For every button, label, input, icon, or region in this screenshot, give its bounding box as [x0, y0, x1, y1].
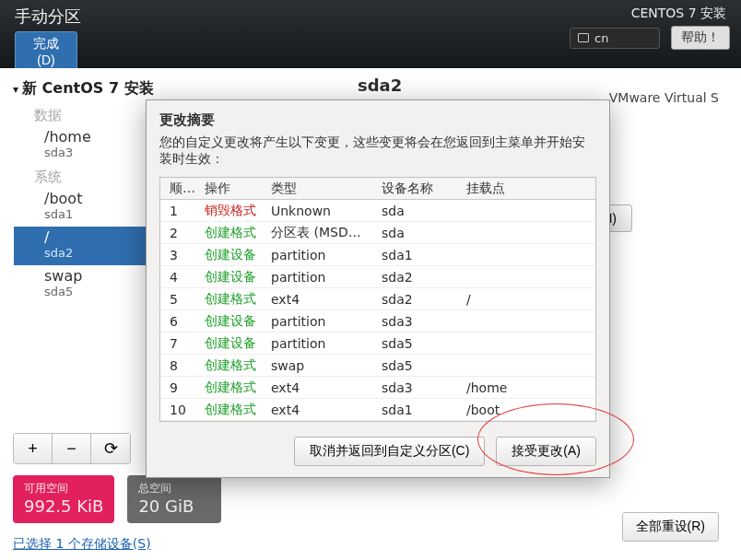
total-space-label: 总空间 — [138, 481, 210, 496]
col-type: 类型 — [265, 179, 376, 199]
total-space-value: 20 GiB — [138, 496, 210, 516]
page-title: 手动分区 — [15, 6, 81, 28]
cell-dev: sda3 — [376, 312, 461, 331]
cell-type: ext4 — [265, 290, 376, 309]
cell-op: 销毁格式 — [199, 201, 265, 221]
dialog-description: 您的自定义更改将产生以下变更，这些变更将会在您返回到主菜单并开始安装时生效： — [159, 134, 596, 168]
cell-dev: sda5 — [376, 334, 461, 353]
cell-dev: sda2 — [376, 268, 461, 286]
table-row[interactable]: 9创建格式ext4sda3/home — [160, 377, 595, 399]
cell-mount: /home — [461, 379, 595, 397]
reload-button[interactable]: ⟳ — [91, 434, 130, 463]
changes-summary-dialog: 更改摘要 您的自定义更改将产生以下变更，这些变更将会在您返回到主菜单并开始安装时… — [146, 99, 610, 478]
table-row[interactable]: 5创建格式ext4sda2/ — [160, 288, 595, 310]
cell-op: 创建格式 — [199, 400, 265, 420]
cell-dev: sda — [376, 224, 461, 242]
cell-mount — [461, 364, 595, 368]
cell-order: 1 — [160, 202, 199, 220]
done-button[interactable]: 完成(D) — [15, 31, 77, 72]
reset-all-button[interactable]: 全部重设(R) — [622, 512, 719, 542]
list-toolbar: + − ⟳ — [13, 433, 131, 464]
cell-order: 6 — [160, 312, 199, 331]
cell-order: 4 — [160, 268, 199, 286]
cell-order: 8 — [160, 356, 199, 375]
cell-mount: / — [461, 290, 595, 309]
add-mount-button[interactable]: + — [14, 434, 53, 463]
cell-op: 创建设备 — [199, 311, 265, 332]
space-summary: 可用空间 992.5 KiB 总空间 20 GiB — [13, 475, 335, 523]
cell-type: Unknown — [265, 202, 376, 220]
table-row[interactable]: 4创建设备partitionsda2 — [160, 266, 595, 288]
col-mount: 挂载点 — [461, 179, 595, 199]
keyboard-layout-indicator[interactable]: cn — [570, 28, 660, 49]
cell-order: 5 — [160, 290, 199, 309]
install-header-label: 新 CentOS 7 安装 — [22, 79, 154, 99]
cell-dev: sda1 — [376, 246, 461, 264]
cell-order: 9 — [160, 379, 199, 397]
table-row[interactable]: 8创建格式swapsda5 — [160, 355, 595, 377]
cell-type: partition — [265, 246, 376, 264]
cell-type: partition — [265, 312, 376, 331]
table-header-row: 顺序 操作 类型 设备名称 挂载点 — [160, 178, 595, 200]
table-row[interactable]: 6创建设备partitionsda3 — [160, 310, 595, 332]
cell-mount — [461, 253, 595, 257]
table-row[interactable]: 3创建设备partitionsda1 — [160, 244, 595, 266]
cell-mount: /boot — [461, 401, 595, 419]
cell-mount — [461, 275, 595, 279]
cell-mount — [461, 209, 595, 213]
cell-type: swap — [265, 356, 376, 375]
cell-op: 创建设备 — [199, 267, 265, 287]
cell-mount — [461, 342, 595, 345]
remove-mount-button[interactable]: − — [53, 434, 91, 463]
cell-order: 10 — [160, 401, 199, 419]
col-devname: 设备名称 — [376, 179, 461, 199]
cell-dev: sda — [376, 202, 461, 220]
cell-op: 创建格式 — [199, 378, 265, 398]
table-row[interactable]: 1销毁格式Unknownsda — [160, 200, 595, 222]
cell-dev: sda3 — [376, 379, 461, 397]
keyboard-layout-label: cn — [594, 31, 608, 45]
storage-devices-link[interactable]: 已选择 1 个存储设备(S) — [13, 536, 335, 553]
cell-type: partition — [265, 268, 376, 286]
cell-op: 创建格式 — [199, 356, 265, 376]
cell-order: 3 — [160, 246, 199, 264]
device-model-label: VMware Virtual S — [609, 90, 719, 105]
dialog-button-row: 取消并返回到自定义分区(C) 接受更改(A) — [159, 437, 596, 466]
cancel-button[interactable]: 取消并返回到自定义分区(C) — [294, 437, 485, 466]
col-op: 操作 — [199, 179, 265, 199]
install-header[interactable]: ▾ 新 CentOS 7 安装 — [13, 76, 335, 102]
col-order: 顺序 — [160, 179, 199, 199]
cell-mount — [461, 320, 595, 323]
cell-op: 创建设备 — [199, 245, 265, 265]
cell-type: ext4 — [265, 401, 376, 419]
dialog-title: 更改摘要 — [159, 111, 596, 129]
changes-table: 顺序 操作 类型 设备名称 挂载点 1销毁格式Unknownsda2创建格式分区… — [159, 177, 596, 422]
cell-op: 创建格式 — [199, 223, 265, 243]
cell-dev: sda1 — [376, 401, 461, 419]
table-row[interactable]: 7创建设备partitionsda5 — [160, 332, 595, 355]
cell-dev: sda5 — [376, 356, 461, 375]
install-title: CENTOS 7 安装 — [631, 6, 726, 22]
cell-mount — [461, 231, 595, 235]
chevron-down-icon: ▾ — [13, 83, 18, 96]
available-space-value: 992.5 KiB — [24, 496, 103, 516]
cell-type: partition — [265, 334, 376, 353]
cell-type: 分区表 (MSDOS) — [265, 223, 376, 243]
table-row[interactable]: 2创建格式分区表 (MSDOS)sda — [160, 222, 595, 244]
keyboard-icon — [578, 33, 589, 42]
help-button[interactable]: 帮助！ — [671, 26, 730, 50]
cell-op: 创建设备 — [199, 333, 265, 354]
total-space-chip: 总空间 20 GiB — [127, 475, 221, 523]
available-space-chip: 可用空间 992.5 KiB — [13, 475, 114, 523]
available-space-label: 可用空间 — [24, 481, 103, 496]
cell-op: 创建格式 — [199, 289, 265, 309]
table-row[interactable]: 10创建格式ext4sda1/boot — [160, 399, 595, 421]
cell-order: 2 — [160, 224, 199, 242]
cell-order: 7 — [160, 334, 199, 353]
cell-type: ext4 — [265, 379, 376, 397]
accept-button[interactable]: 接受更改(A) — [496, 437, 596, 466]
cell-dev: sda2 — [376, 290, 461, 309]
top-bar: 手动分区 完成(D) CENTOS 7 安装 cn 帮助！ — [0, 0, 741, 68]
